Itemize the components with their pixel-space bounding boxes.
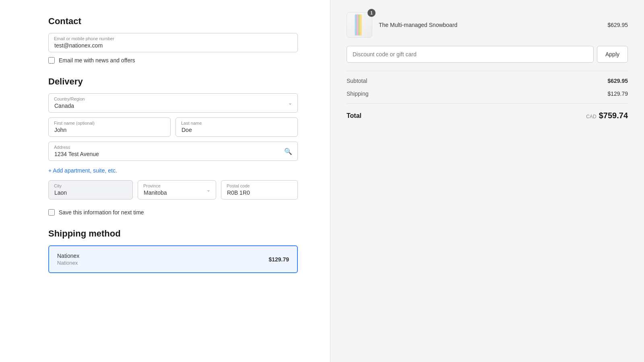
total-amount: $759.74 xyxy=(599,111,628,120)
newsletter-checkbox[interactable] xyxy=(48,57,55,64)
shipping-carrier-sub: Nationex xyxy=(57,260,79,266)
shipping-option[interactable]: Nationex Nationex $129.79 xyxy=(48,245,298,273)
address-group: Address 🔍 xyxy=(48,142,298,161)
newsletter-label: Email me with news and offers xyxy=(59,57,135,64)
summary-divider xyxy=(347,71,628,71)
city-group: City xyxy=(48,180,133,200)
total-divider xyxy=(347,103,628,104)
province-select[interactable]: Alberta British Columbia Manitoba New Br… xyxy=(138,180,216,200)
save-info-checkbox[interactable] xyxy=(48,209,55,216)
snowboard-icon xyxy=(352,14,367,36)
lastname-group: Last name xyxy=(175,117,298,137)
product-badge: 1 xyxy=(367,9,376,17)
save-info-row: Save this information for next time xyxy=(48,209,298,216)
city-input[interactable] xyxy=(48,180,133,200)
shipping-label: Shipping xyxy=(347,90,369,97)
country-select[interactable]: Canada United States xyxy=(48,93,298,113)
svg-rect-0 xyxy=(358,14,360,35)
firstname-input[interactable] xyxy=(48,117,171,137)
province-group: Province Alberta British Columbia Manito… xyxy=(138,180,216,200)
name-row: First name (optional) Last name xyxy=(48,117,298,137)
shipping-section: Shipping method Nationex Nationex $129.7… xyxy=(48,228,298,273)
lastname-input[interactable] xyxy=(175,117,298,137)
delivery-heading: Delivery xyxy=(48,76,298,87)
apply-button[interactable]: Apply xyxy=(597,46,628,63)
country-group: Country/Region Canada United States ⌄ xyxy=(48,93,298,113)
newsletter-row: Email me with news and offers xyxy=(48,57,298,64)
contact-heading: Contact xyxy=(48,16,298,27)
product-row: 1 The Multi-managed Snowboard $629.95 xyxy=(347,12,628,38)
contact-section: Contact Email or mobile phone number Ema… xyxy=(48,16,298,64)
product-name: The Multi-managed Snowboard xyxy=(379,22,601,28)
svg-rect-3 xyxy=(355,14,357,35)
postal-group: Postal code xyxy=(221,180,298,200)
postal-input[interactable] xyxy=(221,180,298,200)
shipping-carrier-price: $129.79 xyxy=(268,256,289,263)
shipping-carrier-name: Nationex xyxy=(57,253,79,259)
product-image xyxy=(347,12,372,38)
left-panel: Contact Email or mobile phone number Ema… xyxy=(0,0,330,362)
city-province-postal-row: City Province Alberta British Columbia M… xyxy=(48,180,298,204)
subtotal-label: Subtotal xyxy=(347,78,367,84)
total-label: Total xyxy=(347,112,361,119)
total-value-wrap: CAD $759.74 xyxy=(586,111,628,120)
total-row: Total CAD $759.74 xyxy=(347,107,628,124)
email-input[interactable] xyxy=(48,33,298,52)
total-currency: CAD xyxy=(586,114,596,119)
svg-rect-1 xyxy=(357,14,358,35)
discount-row: Apply xyxy=(347,46,628,63)
subtotal-row: Subtotal $629.95 xyxy=(347,74,628,87)
product-price: $629.95 xyxy=(607,22,628,28)
discount-input[interactable] xyxy=(347,46,594,63)
subtotal-value: $629.95 xyxy=(607,78,628,84)
product-image-wrapper: 1 xyxy=(347,12,372,38)
address-input[interactable] xyxy=(48,142,298,161)
firstname-group: First name (optional) xyxy=(48,117,171,137)
delivery-section: Delivery Country/Region Canada United St… xyxy=(48,76,298,216)
add-address-link[interactable]: + Add apartment, suite, etc. xyxy=(48,167,117,174)
shipping-option-info: Nationex Nationex xyxy=(57,253,79,266)
shipping-value: $129.79 xyxy=(607,90,628,97)
shipping-heading: Shipping method xyxy=(48,228,298,239)
svg-rect-2 xyxy=(360,14,361,35)
email-input-group: Email or mobile phone number xyxy=(48,33,298,52)
shipping-row: Shipping $129.79 xyxy=(347,87,628,100)
right-panel: 1 The Multi-managed Snowboard $629.95 Ap… xyxy=(330,0,644,362)
save-info-label: Save this information for next time xyxy=(59,209,144,216)
